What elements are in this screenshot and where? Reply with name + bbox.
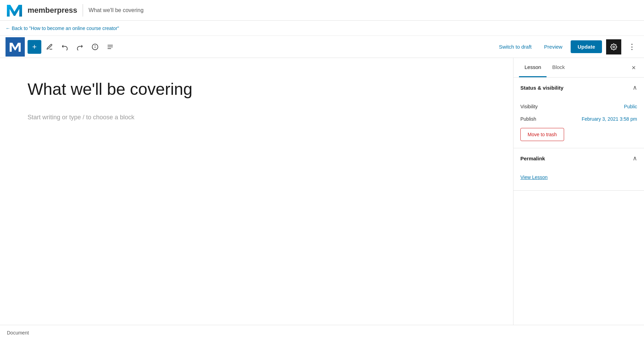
status-visibility-section: Status & visibility ∧ Visibility Public … — [513, 78, 644, 148]
undo-icon — [61, 43, 68, 50]
publish-row: Publish February 3, 2021 3:58 pm — [520, 113, 637, 125]
permalink-toggle-icon: ∧ — [633, 154, 637, 162]
sidebar-close-button[interactable]: × — [629, 62, 638, 73]
visibility-label: Visibility — [520, 104, 538, 109]
topbar-divider — [83, 4, 83, 17]
back-link[interactable]: ← Back to "How to become an online cours… — [6, 26, 119, 31]
publish-label: Publish — [520, 116, 536, 122]
pen-button[interactable] — [43, 40, 56, 54]
permalink-title: Permalink — [520, 156, 545, 161]
status-visibility-toggle-icon: ∧ — [633, 84, 637, 91]
sidebar-tabs: Lesson Block — [519, 58, 570, 77]
top-bar: memberpress What we'll be covering — [0, 0, 644, 21]
main-area: What we'll be covering Start writing or … — [0, 58, 644, 325]
switch-to-draft-button[interactable]: Switch to draft — [495, 41, 536, 52]
redo-button[interactable] — [73, 40, 87, 54]
visibility-row: Visibility Public — [520, 100, 637, 113]
sidebar-header: Lesson Block × — [513, 58, 644, 78]
move-to-trash-button[interactable]: Move to trash — [520, 128, 564, 141]
editor-toolbar: + — [0, 36, 644, 58]
status-visibility-title: Status & visibility — [520, 85, 563, 91]
info-button[interactable] — [88, 40, 102, 54]
pen-icon — [46, 43, 53, 50]
back-bar: ← Back to "How to become an online cours… — [0, 21, 644, 36]
close-icon: × — [632, 64, 636, 71]
brand-name: memberpress — [28, 6, 77, 15]
post-title[interactable]: What we'll be covering — [28, 79, 486, 100]
status-visibility-body: Visibility Public Publish February 3, 20… — [513, 98, 644, 148]
update-button[interactable]: Update — [571, 40, 602, 53]
toolbar-left: + — [28, 40, 117, 54]
editor-content[interactable]: What we'll be covering Start writing or … — [0, 58, 513, 325]
publish-value[interactable]: February 3, 2021 3:58 pm — [582, 116, 637, 122]
right-sidebar: Lesson Block × Status & visibility ∧ Vis… — [513, 58, 644, 325]
add-icon: + — [32, 42, 37, 51]
permalink-header[interactable]: Permalink ∧ — [513, 148, 644, 168]
toolbar-right: Switch to draft Preview Update ⋮ — [495, 39, 638, 54]
logo-area: memberpress — [6, 1, 77, 19]
gear-icon — [610, 43, 617, 50]
tab-block[interactable]: Block — [547, 58, 570, 77]
tab-lesson[interactable]: Lesson — [519, 58, 547, 77]
memberpress-logo-icon — [6, 1, 23, 19]
mp-square-logo-icon — [9, 41, 21, 53]
mp-square-logo — [6, 37, 25, 57]
permalink-section: Permalink ∧ View Lesson — [513, 148, 644, 191]
settings-button[interactable] — [606, 39, 621, 54]
status-visibility-header[interactable]: Status & visibility ∧ — [513, 78, 644, 98]
more-options-button[interactable]: ⋮ — [625, 41, 638, 53]
permalink-body: View Lesson — [513, 168, 644, 190]
preview-button[interactable]: Preview — [540, 41, 567, 52]
list-icon — [107, 43, 114, 50]
bottom-bar-label: Document — [7, 330, 29, 336]
info-icon — [92, 43, 98, 50]
undo-button[interactable] — [58, 40, 72, 54]
svg-point-6 — [613, 46, 615, 48]
block-placeholder[interactable]: Start writing or type / to choose a bloc… — [28, 114, 486, 121]
bottom-bar: Document — [0, 325, 644, 340]
list-view-button[interactable] — [103, 40, 117, 54]
redo-icon — [76, 43, 83, 50]
add-block-button[interactable]: + — [28, 40, 41, 54]
view-lesson-link[interactable]: View Lesson — [520, 171, 637, 183]
topbar-page-title: What we'll be covering — [89, 7, 144, 13]
visibility-value[interactable]: Public — [624, 104, 637, 109]
